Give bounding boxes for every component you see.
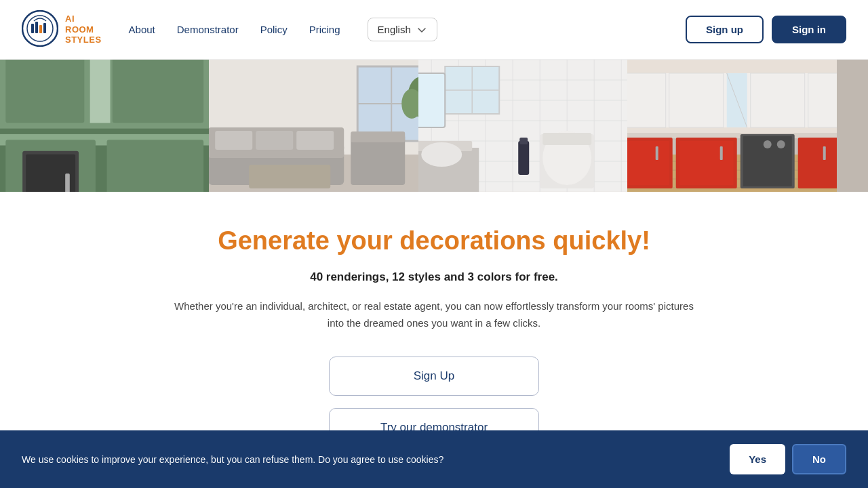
main-description: Whether you're an individual, architect,… (170, 298, 698, 332)
svg-rect-10 (107, 140, 204, 192)
svg-rect-12 (113, 60, 203, 123)
svg-rect-15 (65, 174, 70, 192)
main-title: Generate your decorations quickly! (156, 226, 712, 257)
svg-rect-33 (297, 131, 334, 150)
svg-rect-59 (542, 133, 591, 145)
logo-icon (22, 10, 58, 49)
svg-rect-92 (720, 146, 723, 160)
hero-strip (0, 60, 868, 192)
svg-rect-90 (808, 73, 837, 127)
svg-rect-76 (627, 141, 669, 185)
nav-auth-buttons: Sign up Sign in (686, 16, 846, 43)
signup-nav-button[interactable]: Sign up (686, 16, 764, 43)
language-selector[interactable]: English (368, 18, 437, 41)
nav-policy[interactable]: Policy (260, 24, 288, 35)
svg-rect-74 (627, 133, 836, 138)
svg-rect-94 (837, 60, 868, 192)
nav-links: About Demonstrator Policy Pricing Englis… (129, 18, 686, 41)
svg-rect-4 (39, 25, 42, 33)
svg-rect-85 (627, 73, 666, 127)
svg-rect-36 (351, 131, 406, 142)
svg-rect-31 (216, 131, 253, 150)
nav-demonstrator[interactable]: Demonstrator (177, 24, 239, 35)
cookie-no-button[interactable]: No (792, 444, 846, 474)
svg-point-62 (421, 142, 462, 167)
svg-rect-2 (31, 24, 34, 33)
hero-panel-kitchen-red (627, 60, 836, 192)
svg-point-82 (777, 140, 785, 148)
main-subtitle: 40 renderings, 12 styles and 3 colors fo… (156, 270, 712, 284)
hero-panel-bathroom (418, 60, 627, 192)
svg-rect-86 (669, 73, 724, 127)
logo-text: AI ROOM STYLES (65, 14, 102, 45)
svg-rect-91 (656, 146, 658, 160)
hero-panel-partial (837, 60, 868, 192)
signup-cta-button[interactable]: Sign Up (329, 357, 539, 396)
cookie-yes-button[interactable]: Yes (730, 444, 785, 474)
svg-rect-66 (519, 138, 528, 144)
cookie-banner: We use cookies to improve your experienc… (0, 430, 868, 488)
language-label: English (378, 24, 411, 35)
svg-rect-32 (256, 131, 294, 150)
nav-about[interactable]: About (129, 24, 155, 35)
svg-rect-93 (823, 146, 826, 160)
signin-nav-button[interactable]: Sign in (772, 16, 846, 43)
hero-panel-living-room (209, 60, 418, 192)
svg-rect-11 (5, 60, 84, 123)
svg-rect-83 (798, 138, 837, 188)
svg-point-81 (764, 140, 772, 148)
logo-link[interactable]: AI ROOM STYLES (22, 10, 102, 49)
cookie-message: We use cookies to improve your experienc… (22, 454, 713, 465)
svg-rect-65 (518, 141, 529, 175)
svg-rect-5 (43, 23, 46, 33)
svg-rect-63 (418, 73, 445, 127)
cookie-buttons: Yes No (730, 444, 846, 474)
svg-rect-3 (35, 22, 38, 33)
svg-rect-78 (679, 141, 734, 185)
svg-rect-89 (751, 73, 805, 127)
chevron-down-icon (416, 24, 427, 35)
svg-rect-16 (90, 60, 111, 123)
navbar: AI ROOM STYLES About Demonstrator Policy… (0, 0, 868, 60)
nav-pricing[interactable]: Pricing (309, 24, 340, 35)
hero-panel-kitchen-green (0, 60, 209, 192)
svg-rect-34 (250, 165, 331, 188)
